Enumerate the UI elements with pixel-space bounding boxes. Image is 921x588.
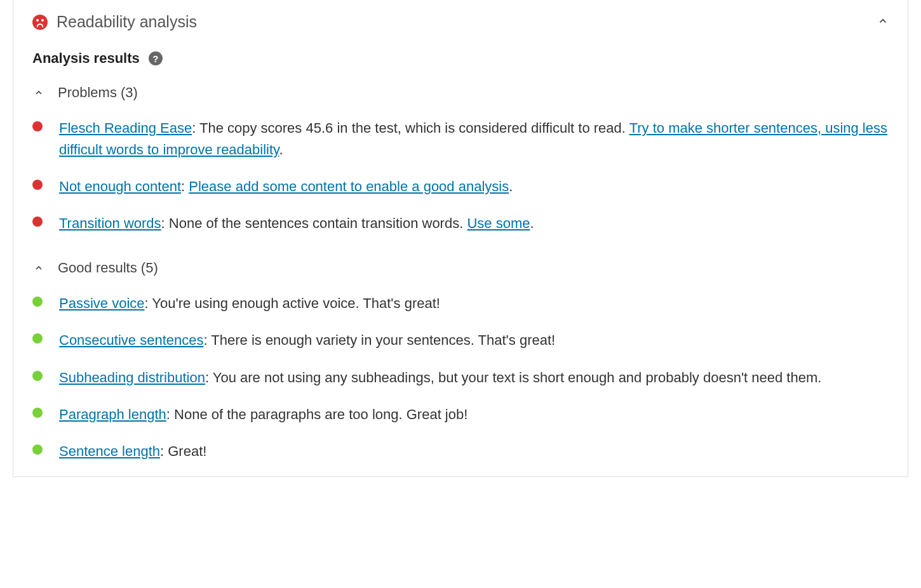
good-results-section-header[interactable]: Good results (5) <box>13 248 908 279</box>
list-item: Subheading distribution: You are not usi… <box>32 359 889 396</box>
problems-section-header[interactable]: Problems (3) <box>13 73 908 104</box>
list-item: Flesch Reading Ease: The copy scores 45.… <box>32 110 889 168</box>
readability-panel: Readability analysis Analysis results ? … <box>13 0 908 477</box>
item-text: Paragraph length: None of the paragraphs… <box>59 404 467 425</box>
subheader-title: Analysis results <box>32 50 140 67</box>
passive-voice-link[interactable]: Passive voice <box>59 295 145 311</box>
list-item: Paragraph length: None of the paragraphs… <box>32 396 889 433</box>
panel-title: Readability analysis <box>57 13 197 31</box>
bullet-green-icon <box>32 408 43 418</box>
bullet-green-icon <box>32 444 43 455</box>
bullet-green-icon <box>32 297 43 307</box>
panel-header[interactable]: Readability analysis <box>13 0 908 39</box>
paragraph-length-link[interactable]: Paragraph length <box>59 406 166 422</box>
item-text: Consecutive sentences: There is enough v… <box>59 330 555 351</box>
sad-face-icon <box>32 15 48 30</box>
consecutive-sentences-link[interactable]: Consecutive sentences <box>59 332 203 348</box>
chevron-up-icon[interactable] <box>877 15 889 27</box>
item-text: Sentence length: Great! <box>59 441 206 462</box>
list-item: Passive voice: You're using enough activ… <box>32 285 889 322</box>
bullet-red-icon <box>32 217 43 227</box>
chevron-up-icon[interactable] <box>32 262 45 274</box>
problems-label: Problems (3) <box>58 84 138 101</box>
bullet-green-icon <box>32 333 43 344</box>
chevron-up-icon[interactable] <box>32 86 45 99</box>
bullet-red-icon <box>32 121 43 131</box>
bullet-red-icon <box>32 180 43 190</box>
good-results-list: Passive voice: You're using enough activ… <box>13 279 908 476</box>
list-item: Transition words: None of the sentences … <box>32 205 889 242</box>
help-icon[interactable]: ? <box>149 51 163 65</box>
bullet-green-icon <box>32 371 43 381</box>
transition-words-link[interactable]: Transition words <box>59 215 161 231</box>
item-text: Passive voice: You're using enough activ… <box>59 293 440 314</box>
analysis-results-header: Analysis results ? <box>13 39 908 73</box>
item-text: Flesch Reading Ease: The copy scores 45.… <box>59 117 889 161</box>
list-item: Consecutive sentences: There is enough v… <box>32 322 889 359</box>
subheading-distribution-link[interactable]: Subheading distribution <box>59 370 205 385</box>
not-enough-content-link[interactable]: Not enough content <box>59 178 181 194</box>
list-item: Not enough content: Please add some cont… <box>32 168 889 205</box>
item-text: Subheading distribution: You are not usi… <box>59 367 821 389</box>
item-text: Not enough content: Please add some cont… <box>59 176 513 197</box>
good-results-label: Good results (5) <box>58 260 158 276</box>
use-some-link[interactable]: Use some <box>467 215 530 231</box>
sentence-length-link[interactable]: Sentence length <box>59 443 160 459</box>
flesch-reading-ease-link[interactable]: Flesch Reading Ease <box>59 120 192 136</box>
list-item: Sentence length: Great! <box>32 433 889 470</box>
problems-list: Flesch Reading Ease: The copy scores 45.… <box>13 104 908 248</box>
item-text: Transition words: None of the sentences … <box>59 213 534 234</box>
add-content-link[interactable]: Please add some content to enable a good… <box>189 178 509 194</box>
